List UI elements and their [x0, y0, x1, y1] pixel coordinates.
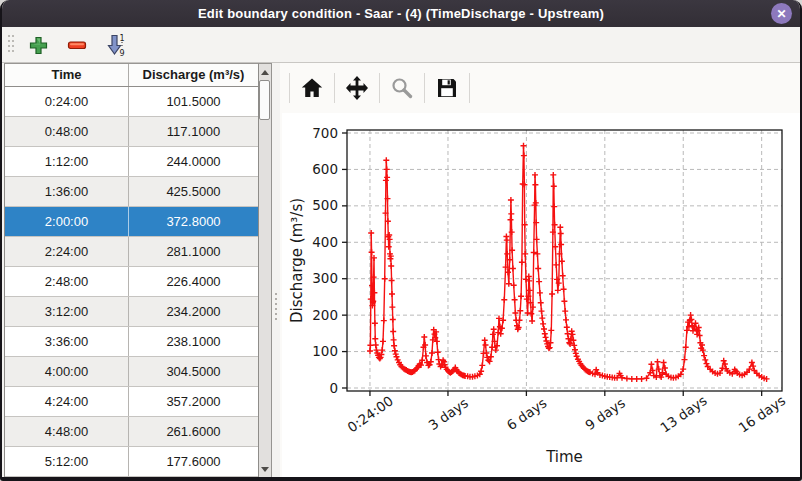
remove-row-button[interactable]	[64, 32, 90, 58]
table-row[interactable]: 4:48:00261.6000	[5, 417, 258, 447]
x-tick-label: 6 days	[504, 395, 550, 434]
discharge-cell[interactable]: 234.2000	[129, 297, 258, 326]
time-cell[interactable]: 2:24:00	[5, 237, 129, 266]
chart-panel: 01002003004005006007000:24:003 days6 day…	[280, 62, 800, 477]
discharge-cell[interactable]: 372.8000	[129, 207, 258, 236]
chart-toolbar	[282, 63, 477, 112]
titlebar[interactable]: Edit boundary condition - Saar - (4) (Ti…	[2, 0, 800, 27]
time-discharge-table: Time Discharge (m³/s) 0:24:00101.50000:4…	[4, 63, 259, 478]
table-row[interactable]: 3:12:00234.2000	[5, 297, 258, 327]
table-row[interactable]: 1:36:00425.5000	[5, 177, 258, 207]
discharge-cell[interactable]: 101.5000	[129, 87, 258, 116]
column-header-discharge[interactable]: Discharge (m³/s)	[129, 64, 258, 86]
discharge-cell[interactable]: 425.5000	[129, 177, 258, 206]
chart-save-button[interactable]	[432, 71, 462, 105]
y-tick-label: 600	[312, 161, 338, 177]
table-row[interactable]: 3:36:00238.1000	[5, 327, 258, 357]
chart-canvas[interactable]: 01002003004005006007000:24:003 days6 day…	[282, 113, 802, 480]
y-tick-label: 400	[312, 234, 338, 250]
time-cell[interactable]: 2:48:00	[5, 267, 129, 296]
panel-splitter-handle[interactable]	[272, 63, 280, 478]
plus-icon	[29, 36, 48, 55]
table-row[interactable]: 4:24:00357.2000	[5, 387, 258, 417]
table-row[interactable]: 4:00:00304.5000	[5, 357, 258, 387]
table-toolbar: 1 9	[4, 29, 142, 61]
y-tick-label: 200	[312, 307, 338, 323]
y-axis-title: Discharge (m³/s)	[288, 198, 306, 323]
time-cell[interactable]: 1:12:00	[5, 147, 129, 176]
time-cell[interactable]: 5:12:00	[5, 447, 129, 476]
discharge-cell[interactable]: 244.0000	[129, 147, 258, 176]
scroll-up-button[interactable]	[259, 65, 270, 79]
table-header-row: Time Discharge (m³/s)	[5, 64, 258, 87]
discharge-cell[interactable]: 177.6000	[129, 447, 258, 476]
save-floppy-icon	[435, 76, 459, 100]
table-row[interactable]: 5:12:00177.6000	[5, 447, 258, 477]
svg-text:9: 9	[119, 49, 124, 57]
x-tick-label: 9 days	[582, 395, 628, 434]
table-row[interactable]: 0:24:00101.5000	[5, 87, 258, 117]
y-tick-label: 500	[312, 197, 338, 213]
x-tick-label: 16 days	[735, 392, 788, 436]
edit-boundary-condition-window: Edit boundary condition - Saar - (4) (Ti…	[0, 0, 802, 481]
column-header-time[interactable]: Time	[5, 64, 129, 86]
time-cell[interactable]: 2:00:00	[5, 207, 129, 236]
scrollbar-thumb[interactable]	[259, 80, 270, 120]
scroll-down-button[interactable]	[259, 462, 270, 476]
toolbar-drag-handle-icon[interactable]	[8, 35, 15, 55]
pan-arrows-icon	[344, 75, 370, 101]
close-button[interactable]: ✕	[771, 3, 792, 24]
time-cell[interactable]: 1:36:00	[5, 177, 129, 206]
table-row[interactable]: 2:00:00372.8000	[5, 207, 258, 237]
discharge-cell[interactable]: 281.1000	[129, 237, 258, 266]
discharge-plus-markers	[367, 143, 770, 382]
table-row[interactable]: 2:48:00226.4000	[5, 267, 258, 297]
discharge-cell[interactable]: 304.5000	[129, 357, 258, 386]
discharge-cell[interactable]: 357.2000	[129, 387, 258, 416]
x-axis-title: Time	[545, 448, 583, 466]
discharge-cell[interactable]: 238.1000	[129, 327, 258, 356]
y-tick-label: 300	[312, 270, 338, 286]
triangle-down-icon	[261, 467, 269, 472]
svg-text:1: 1	[119, 34, 124, 43]
time-cell[interactable]: 0:48:00	[5, 117, 129, 146]
discharge-cell[interactable]: 226.4000	[129, 267, 258, 296]
time-cell[interactable]: 4:24:00	[5, 387, 129, 416]
time-cell[interactable]: 3:12:00	[5, 297, 129, 326]
table-scrollbar[interactable]	[259, 63, 272, 478]
time-cell[interactable]: 0:24:00	[5, 87, 129, 116]
chart-pan-button[interactable]	[342, 71, 372, 105]
window-title: Edit boundary condition - Saar - (4) (Ti…	[198, 6, 604, 21]
discharge-time-chart: 01002003004005006007000:24:003 days6 day…	[282, 113, 802, 480]
home-icon	[300, 76, 324, 100]
minus-icon	[67, 35, 87, 55]
y-tick-label: 700	[312, 125, 338, 141]
discharge-cell[interactable]: 261.6000	[129, 417, 258, 446]
magnifier-icon	[390, 76, 414, 100]
chart-zoom-button[interactable]	[387, 71, 417, 105]
sort-rows-button[interactable]: 1 9	[103, 32, 129, 58]
sort-ascending-icon: 1 9	[104, 33, 128, 57]
x-tick-label: 3 days	[425, 395, 471, 434]
triangle-up-icon	[261, 70, 269, 75]
x-tick-label: 13 days	[657, 392, 710, 436]
table-row[interactable]: 2:24:00281.1000	[5, 237, 258, 267]
table-row[interactable]: 1:12:00244.0000	[5, 147, 258, 177]
y-tick-label: 100	[312, 343, 338, 359]
discharge-cell[interactable]: 117.1000	[129, 117, 258, 146]
time-cell[interactable]: 4:00:00	[5, 357, 129, 386]
time-cell[interactable]: 4:48:00	[5, 417, 129, 446]
table-body: 0:24:00101.50000:48:00117.10001:12:00244…	[5, 87, 258, 477]
add-row-button[interactable]	[25, 32, 51, 58]
time-cell[interactable]: 3:36:00	[5, 327, 129, 356]
y-tick-label: 0	[329, 380, 338, 396]
chart-home-button[interactable]	[297, 71, 327, 105]
table-row[interactable]: 0:48:00117.1000	[5, 117, 258, 147]
x-tick-label: 0:24:00	[344, 392, 396, 435]
close-icon: ✕	[776, 7, 786, 21]
